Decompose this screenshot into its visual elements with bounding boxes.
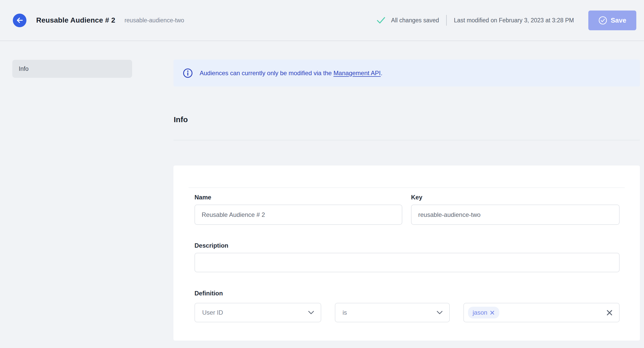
save-status-text: All changes saved <box>391 17 439 24</box>
management-api-link[interactable]: Management API <box>334 70 381 76</box>
back-button[interactable] <box>13 14 26 27</box>
definition-operator-select[interactable]: is <box>335 303 450 322</box>
info-card: Name Key Description Definition User ID … <box>173 166 640 341</box>
name-input[interactable] <box>194 205 402 225</box>
chevron-down-icon <box>308 311 314 314</box>
value-tag-label: jason <box>473 309 487 316</box>
tag-remove-icon[interactable] <box>490 310 495 315</box>
definition-label: Definition <box>194 290 223 297</box>
description-input[interactable] <box>194 253 620 272</box>
sidebar-item-info[interactable]: Info <box>12 60 132 78</box>
vertical-divider <box>446 15 447 26</box>
last-modified-text: Last modified on February 3, 2023 at 3:2… <box>454 17 574 24</box>
saved-check-icon <box>377 17 385 24</box>
top-bar: Reusable Audience # 2 reusable-audience-… <box>0 0 644 41</box>
operator-select-value: is <box>343 309 347 316</box>
definition-values-input[interactable]: jason <box>463 303 620 322</box>
clear-values-button[interactable] <box>606 309 613 316</box>
save-button[interactable]: Save <box>588 11 636 30</box>
section-title: Info <box>174 115 188 124</box>
banner-text-after: . <box>381 70 383 76</box>
definition-trait-select[interactable]: User ID <box>194 303 321 322</box>
page-title: Reusable Audience # 2 <box>36 16 115 24</box>
banner-text-before: Audiences can currently only be modified… <box>200 70 334 76</box>
close-icon <box>606 309 613 316</box>
section-divider <box>173 140 640 140</box>
name-label: Name <box>194 194 211 201</box>
key-input[interactable] <box>411 205 620 225</box>
info-banner: Audiences can currently only be modified… <box>173 60 640 86</box>
key-label: Key <box>411 194 422 201</box>
audience-key-subtitle: reusable-audience-two <box>124 17 184 24</box>
check-circle-icon <box>598 16 607 25</box>
trait-select-value: User ID <box>202 309 223 316</box>
save-button-label: Save <box>611 16 626 24</box>
value-tag: jason <box>468 307 499 318</box>
top-bar-right: All changes saved Last modified on Febru… <box>377 11 636 30</box>
arrow-left-icon <box>16 16 24 24</box>
chevron-down-icon <box>437 311 443 314</box>
info-icon <box>183 68 193 78</box>
banner-text: Audiences can currently only be modified… <box>200 70 382 77</box>
sidebar-item-label: Info <box>19 65 28 72</box>
audience-editor-page: Reusable Audience # 2 reusable-audience-… <box>0 0 644 348</box>
description-label: Description <box>194 242 228 249</box>
card-top-divider <box>189 187 625 188</box>
